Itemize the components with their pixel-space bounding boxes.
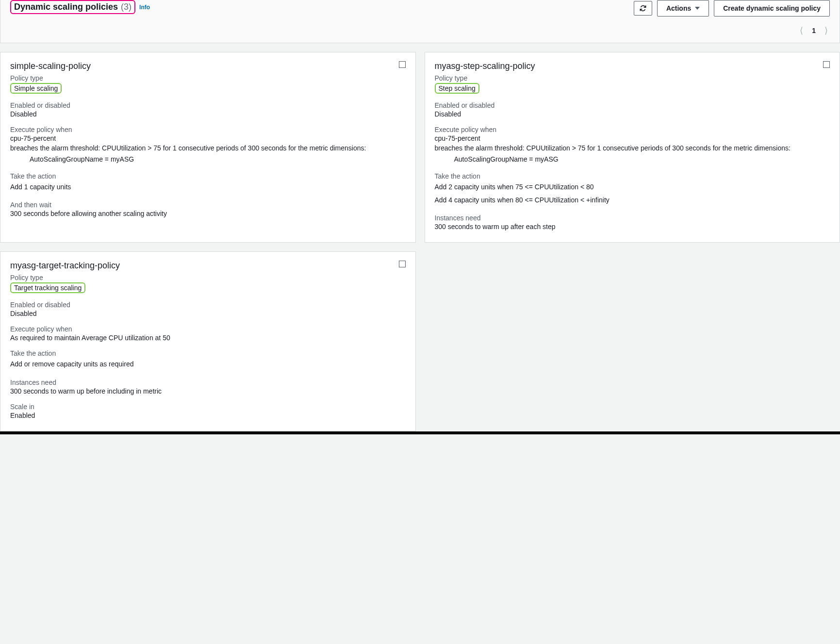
policy-type-label: Policy type — [10, 274, 406, 281]
execute-when-label: Execute policy when — [10, 126, 406, 133]
action-line: Add 2 capacity units when 75 <= CPUUtili… — [435, 181, 830, 193]
policy-type-label: Policy type — [435, 74, 830, 82]
instances-need-label: Instances need — [10, 379, 406, 386]
page-title: Dynamic scaling policies — [14, 2, 118, 12]
enabled-label: Enabled or disabled — [10, 301, 406, 309]
execute-dimension: AutoScalingGroupName = myASG — [435, 154, 830, 165]
next-page-icon[interactable]: ⟩ — [824, 25, 828, 36]
enabled-label: Enabled or disabled — [435, 101, 830, 109]
header-panel: Dynamic scaling policies (3) Info Action… — [0, 0, 840, 43]
execute-threshold-text: breaches the alarm threshold: CPUUtiliza… — [435, 143, 830, 153]
policy-name: myasg-target-tracking-policy — [10, 261, 120, 271]
page-title-box: Dynamic scaling policies (3) — [10, 0, 135, 14]
scale-in-label: Scale in — [10, 403, 406, 411]
execute-dimension: AutoScalingGroupName = myASG — [10, 154, 406, 165]
take-action-label: Take the action — [10, 172, 406, 180]
bottom-border — [0, 431, 840, 434]
instances-need-label: Instances need — [435, 214, 830, 222]
policy-count: (3) — [121, 2, 132, 12]
policy-type-value: Simple scaling — [10, 83, 62, 94]
instances-need-value: 300 seconds to warm up after each step — [435, 223, 830, 231]
policy-card: myasg-step-scaling-policy Policy type St… — [425, 52, 840, 243]
info-link[interactable]: Info — [139, 4, 150, 11]
prev-page-icon[interactable]: ⟨ — [800, 25, 803, 36]
policy-type-value: Target tracking scaling — [10, 282, 85, 293]
then-wait-value: 300 seconds before allowing another scal… — [10, 210, 406, 217]
execute-alarm-name: cpu-75-percent — [10, 134, 406, 142]
actions-dropdown-button[interactable]: Actions — [657, 0, 709, 17]
refresh-button[interactable] — [634, 1, 652, 16]
refresh-icon — [639, 4, 647, 12]
scale-in-value: Enabled — [10, 412, 406, 419]
policy-card: myasg-target-tracking-policy Policy type… — [0, 251, 416, 431]
policy-type-label: Policy type — [10, 74, 406, 82]
instances-need-value: 300 seconds to warm up before including … — [10, 387, 406, 395]
enabled-value: Disabled — [10, 110, 406, 118]
policy-card: simple-scaling-policy Policy type Simple… — [0, 52, 416, 243]
execute-value: As required to maintain Average CPU util… — [10, 334, 406, 342]
take-action-label: Take the action — [435, 172, 830, 180]
cards-area: simple-scaling-policy Policy type Simple… — [0, 43, 840, 431]
select-checkbox[interactable] — [399, 261, 406, 267]
execute-when-label: Execute policy when — [10, 325, 406, 333]
select-checkbox[interactable] — [399, 61, 406, 68]
enabled-value: Disabled — [435, 110, 830, 118]
policy-name: myasg-step-scaling-policy — [435, 61, 535, 71]
take-action-label: Take the action — [10, 349, 406, 357]
action-line: Add or remove capacity units as required — [10, 358, 406, 370]
policy-name: simple-scaling-policy — [10, 61, 91, 71]
action-line: Add 4 capacity units when 80 <= CPUUtili… — [435, 194, 830, 206]
policy-type-value: Step scaling — [435, 83, 479, 94]
page-number: 1 — [812, 27, 816, 34]
select-checkbox[interactable] — [823, 61, 830, 68]
execute-alarm-name: cpu-75-percent — [435, 134, 830, 142]
enabled-label: Enabled or disabled — [10, 101, 406, 109]
execute-threshold-text: breaches the alarm threshold: CPUUtiliza… — [10, 143, 406, 153]
actions-label: Actions — [666, 3, 691, 13]
chevron-down-icon — [695, 7, 700, 10]
create-policy-button[interactable]: Create dynamic scaling policy — [714, 0, 830, 17]
pagination: ⟨ 1 ⟩ — [10, 25, 830, 36]
then-wait-label: And then wait — [10, 201, 406, 209]
execute-when-label: Execute policy when — [435, 126, 830, 133]
enabled-value: Disabled — [10, 310, 406, 317]
action-line: Add 1 capacity units — [10, 181, 406, 193]
